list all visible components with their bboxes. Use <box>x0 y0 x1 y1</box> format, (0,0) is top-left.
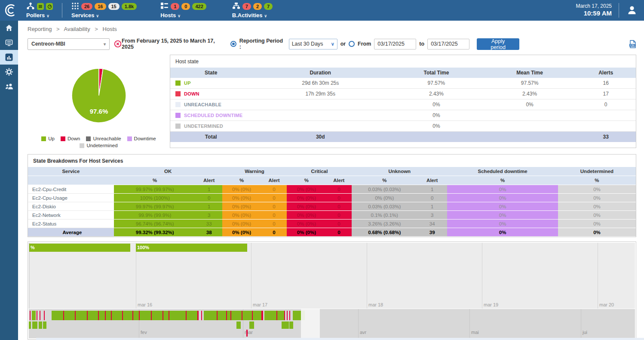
timeline-detail-plot[interactable]: mar 16mar 17mar 18mar 19mar 20%100% <box>29 243 635 309</box>
sidebar <box>0 21 18 340</box>
from-date-input[interactable] <box>374 39 416 49</box>
state-breakdowns-table: Service OK Warning Critical Unknown Sche… <box>28 167 636 237</box>
from-label: From <box>358 41 371 47</box>
table-row-up: UP 29d 6h 30m 25s97.57%97.57%16 <box>170 78 636 89</box>
current-time: 10:59 AM <box>576 9 612 18</box>
breadcrumb: Reporting > Availability > Hosts <box>28 21 636 37</box>
hosts-down-badge[interactable]: 1 <box>171 3 179 10</box>
navigator-selection[interactable] <box>301 309 320 338</box>
legend-item-unreachable: Unreachable <box>86 136 121 141</box>
host-select[interactable]: Centreon-MBI ▾ <box>28 38 110 50</box>
navigator-month-label: mai <box>471 330 479 335</box>
legend-item-up: Up <box>41 136 55 141</box>
breadcrumb-reporting[interactable]: Reporting <box>28 26 52 32</box>
service-name-link[interactable]: Ec2-Network <box>28 211 114 219</box>
table-row-down: DOWN 17h 29m 35s2.43%2.43%17 <box>170 89 636 99</box>
navigator-month-label: mar <box>245 330 253 335</box>
export-csv-button[interactable]: CSV <box>629 40 636 48</box>
period-controls: From February 15, 2025 to March 17, 2025… <box>122 38 519 50</box>
service-name-link[interactable]: Ec2-Status <box>28 219 114 228</box>
sidebar-item-reporting[interactable] <box>0 50 18 65</box>
table-row-unreachable: UNREACHABLE 0%0%0 <box>170 99 636 110</box>
chevron-down-icon: ∨ <box>331 41 334 47</box>
timeline-day-label: mar 20 <box>599 302 614 307</box>
sidebar-item-home[interactable] <box>0 21 18 35</box>
downtime-swatch <box>175 113 181 118</box>
home-icon <box>5 24 13 32</box>
availability-pie-chart: 97.6% <box>62 59 135 132</box>
table-row-scheduled-downtime: SCHEDULED DOWNTIME 0% <box>170 110 636 121</box>
bactivities-icon <box>232 2 240 11</box>
pie-legend: Up Down Unreachable Downtime Undetermine… <box>28 136 170 148</box>
user-icon[interactable] <box>626 4 638 17</box>
down-swatch <box>175 91 181 96</box>
apply-period-button[interactable]: Apply period <box>477 38 519 50</box>
services-critical-badge[interactable]: 26 <box>81 3 92 10</box>
header-divider <box>619 3 619 18</box>
table-row-service: Ec2-Status 96.74% (96.74%)33 0% (0%)0 0%… <box>28 219 636 228</box>
poller-latency-icon <box>46 3 53 10</box>
service-name-link[interactable]: Ec2-Diskio <box>28 202 114 211</box>
hosts-unreachable-badge[interactable]: 0 <box>181 3 190 10</box>
custom-range-radio[interactable] <box>349 41 355 47</box>
undetermined-swatch <box>175 124 181 129</box>
bactivities-ok-badge[interactable]: 7 <box>264 3 273 10</box>
svg-text:97.6%: 97.6% <box>89 108 108 115</box>
table-row-average: Average 99.32% (99.32%)38 0% (0%)0 0% (0… <box>28 228 636 237</box>
centreon-logo[interactable] <box>0 3 20 18</box>
poller-config-icon <box>37 3 44 10</box>
breadcrumb-separator: > <box>95 26 98 32</box>
breakdown-group-header-row: Service OK Warning Critical Unknown Sche… <box>28 167 636 176</box>
legend-item-undetermined: Undetermined <box>80 143 117 148</box>
menu-hosts[interactable]: 1 0 422 Hosts∨ <box>160 2 206 19</box>
chevron-down-icon: ∨ <box>178 14 181 18</box>
timeline-day-label: mar 17 <box>253 302 267 307</box>
pollers-icon <box>26 2 35 11</box>
bactivities-label: B.Activities∨ <box>232 12 273 19</box>
clear-host-button[interactable] <box>114 40 122 48</box>
sidebar-item-monitoring[interactable] <box>0 35 18 50</box>
state-label: UP <box>184 80 191 86</box>
period-select[interactable]: Last 30 Days ∨ <box>289 39 337 49</box>
bactivities-critical-badge[interactable]: 7 <box>242 3 251 10</box>
menu-bactivities[interactable]: 7 2 7 B.Activities∨ <box>232 2 273 19</box>
services-icon <box>71 2 79 11</box>
service-name-link[interactable]: Ec2-Cpu-Usage <box>28 194 114 202</box>
bactivities-warning-badge[interactable]: 2 <box>253 3 262 10</box>
menu-divider <box>62 3 62 18</box>
services-ok-badge[interactable]: 1.8k <box>122 3 137 10</box>
services-unknown-badge[interactable]: 15 <box>108 3 120 10</box>
hosts-label: Hosts∨ <box>160 12 206 19</box>
timeline-navigator[interactable]: fevmaravrmaijui <box>29 309 635 338</box>
legend-item-downtime: Downtime <box>127 136 156 141</box>
navigator-month-label: fev <box>141 330 147 335</box>
services-warning-badge[interactable]: 16 <box>95 3 106 10</box>
legend-swatch-unreachable <box>86 136 91 141</box>
breadcrumb-hosts[interactable]: Hosts <box>103 26 117 32</box>
host-state-table: State Duration Total Time Mean Time Aler… <box>170 68 636 142</box>
up-swatch <box>175 80 181 86</box>
breadcrumb-separator: > <box>56 26 60 32</box>
horizontal-scrollbar[interactable] <box>36 338 644 340</box>
dropdown-arrow-icon: ▾ <box>104 42 106 46</box>
reporting-period-label: Reporting Period : <box>239 38 286 50</box>
reporting-period-radio[interactable] <box>230 41 236 47</box>
svg-text:CSV: CSV <box>630 44 635 46</box>
table-row-service: Ec2-Diskio 99.97% (99.97%)1 0% (0%)0 0% … <box>28 202 636 211</box>
sidebar-item-administration[interactable] <box>0 79 18 94</box>
navigator-month-label: jui <box>583 330 587 335</box>
sidebar-item-configuration[interactable] <box>0 65 18 79</box>
menu-pollers[interactable]: Pollers∨ <box>26 2 53 19</box>
people-icon <box>5 82 14 91</box>
period-select-value: Last 30 Days <box>292 41 323 47</box>
breadcrumb-availability[interactable]: Availability <box>64 26 90 32</box>
or-label: or <box>340 41 346 47</box>
host-state-title: Host state <box>170 55 636 68</box>
to-date-input[interactable] <box>427 39 469 49</box>
to-label: to <box>419 41 424 47</box>
chevron-down-icon: ∨ <box>46 14 49 18</box>
legend-swatch-down <box>61 136 65 141</box>
hosts-up-badge[interactable]: 422 <box>192 3 206 10</box>
menu-services[interactable]: 26 16 15 1.8k Services∨ <box>71 2 137 19</box>
service-name-link[interactable]: Ec2-Cpu-Credit <box>28 185 114 194</box>
